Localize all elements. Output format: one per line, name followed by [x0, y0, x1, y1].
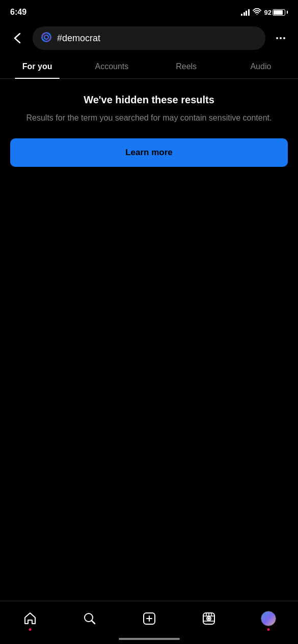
search-header: #democrat — [0, 22, 298, 55]
tab-audio[interactable]: Audio — [224, 55, 298, 78]
status-bar: 6:49 92 — [0, 0, 298, 22]
learn-more-button[interactable]: Learn more — [10, 138, 288, 167]
nav-profile[interactable] — [253, 607, 284, 630]
more-options-button[interactable] — [272, 29, 290, 47]
search-bar[interactable]: #democrat — [33, 26, 265, 50]
status-icons: 92 — [241, 8, 288, 17]
tab-accounts[interactable]: Accounts — [74, 55, 149, 78]
profile-avatar — [261, 611, 276, 626]
battery-percentage: 92 — [264, 9, 272, 16]
back-button[interactable] — [8, 29, 26, 47]
svg-point-8 — [208, 618, 209, 620]
profile-notification-dot — [267, 628, 269, 631]
home-notification-dot — [29, 628, 31, 631]
hidden-results-title: We've hidden these results — [10, 94, 288, 106]
hidden-results-content: We've hidden these results Results for t… — [0, 79, 298, 177]
nav-create[interactable] — [134, 607, 165, 630]
signal-icon — [241, 9, 250, 16]
search-query-text: #democrat — [57, 33, 257, 44]
hidden-results-description: Results for the term you searched for ma… — [10, 112, 288, 124]
search-brand-icon — [41, 32, 52, 45]
battery-icon: 92 — [264, 9, 288, 16]
home-indicator — [119, 638, 180, 640]
tabs-bar: For you Accounts Reels Audio — [0, 55, 298, 79]
nav-reels[interactable] — [194, 607, 224, 630]
nav-search[interactable] — [74, 607, 105, 630]
tab-reels[interactable]: Reels — [149, 55, 224, 78]
tab-for-you[interactable]: For you — [0, 55, 74, 78]
wifi-icon — [253, 8, 261, 17]
nav-home[interactable] — [15, 607, 45, 630]
svg-point-0 — [256, 14, 257, 15]
status-time: 6:49 — [10, 8, 26, 17]
